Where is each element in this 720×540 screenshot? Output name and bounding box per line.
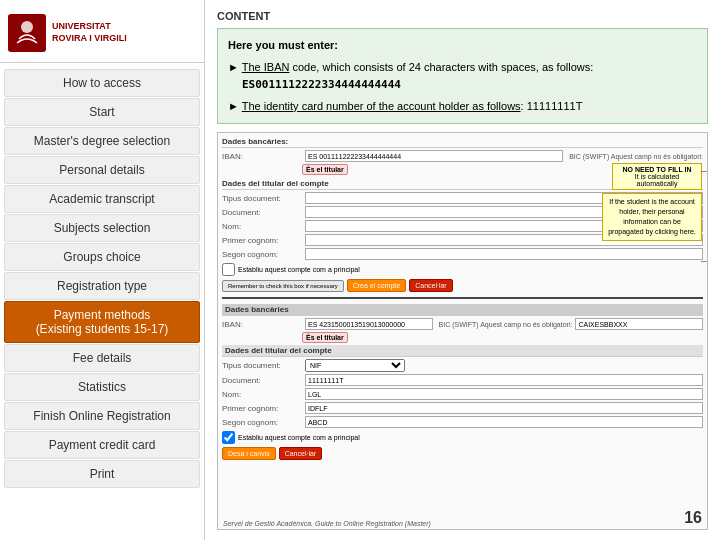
sidebar-item-payment-methods[interactable]: Payment methods (Existing students 15-17…: [4, 301, 200, 343]
info-box: Here you must enter: ► The IBAN code, wh…: [217, 28, 708, 124]
sidebar-item-print[interactable]: Print: [4, 460, 200, 488]
tipus2-select[interactable]: NIF: [305, 359, 405, 372]
info-bullet2: ► The identity card number of the accoun…: [228, 98, 697, 116]
iban2-row: IBAN: BIC (SWIFT) Aquest camp no és obli…: [222, 318, 703, 330]
segon2-label: Segon cognom:: [222, 418, 302, 427]
segon-input[interactable]: [305, 248, 703, 260]
sidebar-logo: UNIVERSITAT ROVIRA I VIRGILI: [0, 8, 204, 63]
document2-input[interactable]: [305, 374, 703, 386]
action-buttons-row2: Desa i canvis Cancel·lar: [222, 447, 703, 460]
bullet1-text: code, which consists of 24 characters wi…: [289, 61, 593, 73]
es-titular2-row: Ès el titular: [222, 332, 703, 343]
primer2-row: Primer cognom:: [222, 402, 703, 414]
checkbox-label-2: Establiu aquest compte com a principal: [238, 434, 360, 441]
sidebar-item-finish-online[interactable]: Finish Online Registration: [4, 402, 200, 430]
iban2-input[interactable]: [305, 318, 433, 330]
iban-row: IBAN: BIC (SWIFT) Aquest camp no és obli…: [222, 150, 703, 162]
sidebar-item-start[interactable]: Start: [4, 98, 200, 126]
sidebar-item-registration-type[interactable]: Registration type: [4, 272, 200, 300]
footer-text: Servei de Gestió Acadèmica. Guide to Onl…: [223, 520, 431, 527]
form-mockup: Dades bancàries: IBAN: BIC (SWIFT) Aques…: [217, 132, 708, 530]
sidebar-item-academic-transcript[interactable]: Academic transcript: [4, 185, 200, 213]
sidebar-nav: How to access Start Master's degree sele…: [0, 69, 204, 488]
content-label: CONTENT: [217, 10, 708, 22]
remember-button[interactable]: Remember to check this box if necessary: [222, 280, 344, 292]
document2-row: Document:: [222, 374, 703, 386]
nom2-row: Nom:: [222, 388, 703, 400]
sidebar: UNIVERSITAT ROVIRA I VIRGILI How to acce…: [0, 0, 205, 540]
holder-tooltip: If the student is the account holder, th…: [602, 193, 702, 240]
checkbox-row-1: Establiu aquest compte com a principal: [222, 263, 703, 276]
tipus2-label: Tipus document:: [222, 361, 302, 370]
tipus2-row: Tipus document: NIF: [222, 359, 703, 372]
principal-checkbox-1[interactable]: [222, 263, 235, 276]
bullet2-text: : 11111111T: [521, 100, 583, 112]
checkbox-label-1: Establiu aquest compte com a principal: [238, 266, 360, 273]
iban-input[interactable]: [305, 150, 563, 162]
sidebar-item-how-to-access[interactable]: How to access: [4, 69, 200, 97]
bank-section-bottom: Dades bancàries IBAN: BIC (SWIFT) Aquest…: [222, 304, 703, 460]
iban-field-label: IBAN:: [222, 152, 302, 161]
sidebar-item-masters-degree[interactable]: Master's degree selection: [4, 127, 200, 155]
bic2-field-label: BIC (SWIFT) Aquest camp no és obligatori…: [439, 321, 573, 328]
desa-button[interactable]: Desa i canvis: [222, 447, 276, 460]
sidebar-item-groups-choice[interactable]: Groups choice: [4, 243, 200, 271]
tipus-label: Tipus document:: [222, 194, 302, 203]
identity-label: The identity card number of the account …: [242, 100, 521, 112]
bank-section-title: Dades bancàries: [222, 304, 703, 316]
segon2-row: Segon cognom:: [222, 416, 703, 428]
university-name: UNIVERSITAT ROVIRA I VIRGILI: [52, 21, 127, 44]
info-bullet1: ► The IBAN code, which consists of 24 ch…: [228, 59, 697, 94]
principal-checkbox-2[interactable]: [222, 431, 235, 444]
iban-example: ES0011112222334444444444: [242, 78, 401, 91]
document-label: Document:: [222, 208, 302, 217]
no-fill-line1: NO NEED TO FILL IN: [617, 166, 697, 173]
sidebar-item-personal-details[interactable]: Personal details: [4, 156, 200, 184]
main-content: CONTENT Here you must enter: ► The IBAN …: [205, 0, 720, 540]
bic2-input[interactable]: [575, 318, 703, 330]
cancel-button-1[interactable]: Cancel·lar: [409, 279, 453, 292]
bic-label-top: BIC (SWIFT) Aquest camp no és obligatori…: [569, 153, 703, 160]
primer2-input[interactable]: [305, 402, 703, 414]
iban2-label: IBAN:: [222, 320, 302, 329]
nom2-label: Nom:: [222, 390, 302, 399]
section-divider: [222, 297, 703, 299]
arrow-right-1: →: [697, 161, 708, 182]
form-section-title: Dades bancàries:: [222, 137, 703, 148]
svg-point-1: [21, 21, 33, 33]
nom-label: Nom:: [222, 222, 302, 231]
primer2-label: Primer cognom:: [222, 404, 302, 413]
es-titular-button[interactable]: Ès el titular: [302, 164, 348, 175]
primer-label: Primer cognom:: [222, 236, 302, 245]
no-fill-line2: It is calculated automatically: [617, 173, 697, 187]
bullet2-arrow: ►: [228, 100, 242, 112]
form-section-holder: Dades del titular del compte Tipus docum…: [222, 179, 703, 292]
sidebar-item-subjects-selection[interactable]: Subjects selection: [4, 214, 200, 242]
arrow-right-2: →: [697, 251, 708, 272]
sidebar-item-fee-details[interactable]: Fee details: [4, 344, 200, 372]
segon-row: Segon cognom:: [222, 248, 703, 260]
segon2-input[interactable]: [305, 416, 703, 428]
iban-label: The IBAN: [242, 61, 290, 73]
sidebar-item-payment-credit[interactable]: Payment credit card: [4, 431, 200, 459]
sidebar-item-statistics[interactable]: Statistics: [4, 373, 200, 401]
checkbox-row-2: Establiu aquest compte com a principal: [222, 431, 703, 444]
document2-label: Document:: [222, 376, 302, 385]
holder2-section-title: Dades del titular del compte: [222, 345, 703, 357]
info-intro: Here you must enter:: [228, 37, 697, 55]
university-logo: [8, 14, 46, 52]
action-buttons-row1: Remember to check this box if necessary …: [222, 279, 703, 292]
bullet1-arrow: ►: [228, 61, 242, 73]
no-fill-tooltip: NO NEED TO FILL IN It is calculated auto…: [612, 163, 702, 190]
cancel-button-2[interactable]: Cancel·lar: [279, 447, 323, 460]
form-section-top: Dades bancàries: IBAN: BIC (SWIFT) Aques…: [222, 137, 703, 175]
page-number: 16: [684, 509, 702, 527]
crea-button[interactable]: Crea el compte: [347, 279, 406, 292]
nom2-input[interactable]: [305, 388, 703, 400]
segon-label: Segon cognom:: [222, 250, 302, 259]
es-titular2-button[interactable]: Ès el titular: [302, 332, 348, 343]
